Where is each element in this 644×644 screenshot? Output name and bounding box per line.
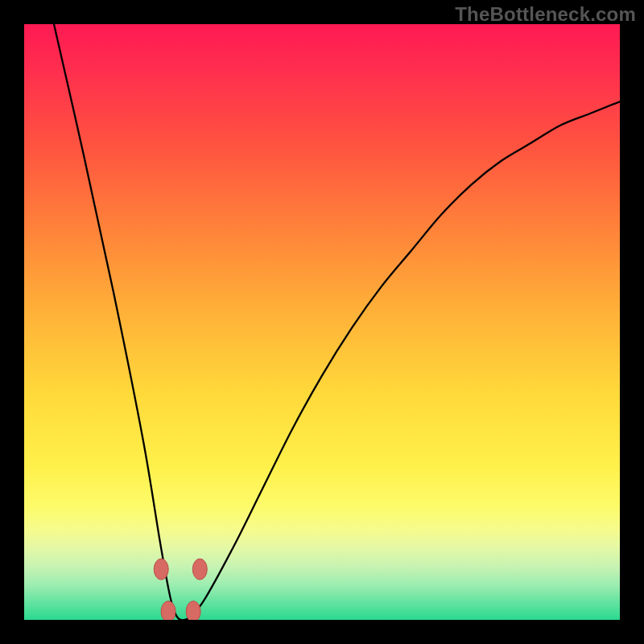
curve-markers — [154, 559, 207, 620]
marker-dot — [192, 559, 207, 580]
marker-dot — [161, 601, 175, 620]
chart-container: TheBottleneck.com — [0, 0, 644, 644]
bottleneck-curve — [54, 24, 620, 620]
marker-dot — [154, 559, 168, 580]
marker-dot — [186, 601, 200, 620]
watermark-text: TheBottleneck.com — [455, 3, 636, 26]
curve-svg — [24, 24, 620, 620]
plot-area — [24, 24, 620, 620]
